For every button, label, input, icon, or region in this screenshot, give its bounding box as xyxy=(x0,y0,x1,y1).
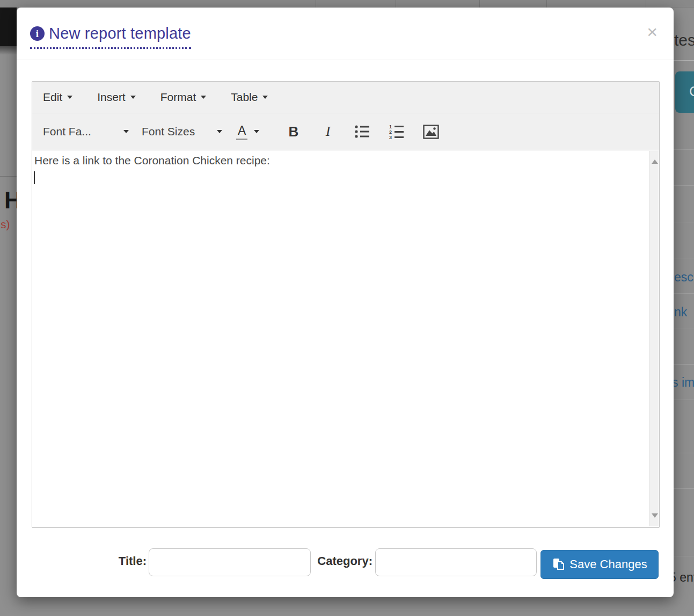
background-table-row-border xyxy=(674,222,694,222)
background-teal-button-label: C xyxy=(689,83,694,100)
background-table-row-border xyxy=(674,488,694,489)
editor-content-area[interactable]: Here is a link to the Coronation Chicken… xyxy=(32,150,659,527)
category-label: Category: xyxy=(311,554,372,568)
background-table-row-border xyxy=(674,258,694,258)
background-teal-button: C xyxy=(675,71,694,113)
menu-edit[interactable]: Edit xyxy=(43,91,72,104)
menu-format[interactable]: Format xyxy=(160,91,207,104)
background-table-row-border xyxy=(674,185,694,186)
background-table-row-border xyxy=(674,149,694,150)
editor-menubar: Edit Insert Format Table xyxy=(32,82,659,113)
svg-text:2: 2 xyxy=(389,129,392,135)
modal-title: New report template xyxy=(49,25,191,42)
svg-text:1: 1 xyxy=(389,124,392,129)
background-table-row-border xyxy=(674,329,694,329)
numbered-list-icon: 1 2 3 xyxy=(389,124,405,139)
bold-icon: B xyxy=(289,124,299,140)
font-family-label: Font Fa... xyxy=(43,125,91,138)
menu-format-label: Format xyxy=(160,91,196,104)
editor-toolbar: Font Fa... Font Sizes A B I xyxy=(32,113,659,150)
background-table-row-border xyxy=(674,556,694,556)
scroll-up-icon[interactable] xyxy=(652,160,658,164)
save-icon xyxy=(552,557,566,571)
chevron-down-icon xyxy=(67,96,72,99)
text-color-label: A xyxy=(236,124,247,140)
menu-edit-label: Edit xyxy=(43,91,62,104)
scroll-down-icon[interactable] xyxy=(652,513,658,518)
text-color-button[interactable]: A xyxy=(236,124,272,140)
numbered-list-button[interactable]: 1 2 3 xyxy=(384,119,409,144)
background-table-row-border xyxy=(674,453,694,453)
menu-table-label: Table xyxy=(231,91,258,104)
save-changes-label: Save Changes xyxy=(569,557,647,571)
tab-separator xyxy=(479,0,480,8)
font-family-dropdown[interactable]: Font Fa... xyxy=(43,125,129,138)
info-icon: i xyxy=(30,26,45,41)
background-link-fragment: s im xyxy=(672,375,694,390)
background-divider xyxy=(0,176,17,177)
background-navbar xyxy=(0,8,17,46)
tab-separator xyxy=(646,0,646,8)
chevron-down-icon xyxy=(130,96,136,99)
tab-separator xyxy=(316,0,316,8)
rich-text-editor: Edit Insert Format Table Font xyxy=(32,81,660,528)
background-red-text-fragment: s) xyxy=(1,218,10,231)
save-changes-button[interactable]: Save Changes xyxy=(540,550,659,579)
font-sizes-label: Font Sizes xyxy=(142,125,195,138)
bullet-list-icon xyxy=(354,125,370,139)
image-icon xyxy=(423,125,439,139)
title-label: Title: xyxy=(70,554,147,568)
italic-button[interactable]: I xyxy=(316,119,340,144)
bullet-list-button[interactable] xyxy=(350,119,375,144)
chevron-down-icon xyxy=(217,130,222,133)
bold-button[interactable]: B xyxy=(281,119,306,144)
background-table-row-border xyxy=(674,293,694,294)
close-icon[interactable]: × xyxy=(647,25,658,39)
chevron-down-icon xyxy=(254,130,259,133)
background-top-strip xyxy=(0,0,694,8)
category-input[interactable] xyxy=(375,548,537,576)
modal-footer-form: Title: Category: Save Changes xyxy=(17,546,674,583)
svg-text:3: 3 xyxy=(389,135,392,139)
menu-insert-label: Insert xyxy=(97,91,126,104)
background-link-fragment: escr xyxy=(674,270,694,285)
modal-header: i New report template × xyxy=(17,8,674,60)
tab-separator xyxy=(396,0,396,8)
chevron-down-icon xyxy=(262,96,268,99)
new-report-template-modal: i New report template × Edit Insert Form… xyxy=(17,8,674,597)
background-link-fragment: nk xyxy=(674,305,687,320)
editor-scrollbar[interactable] xyxy=(649,151,659,526)
background-table-row-border xyxy=(674,400,694,400)
editor-text: Here is a link to the Coronation Chicken… xyxy=(34,153,647,168)
menu-table[interactable]: Table xyxy=(231,91,268,104)
chevron-down-icon xyxy=(201,96,206,99)
menu-insert[interactable]: Insert xyxy=(97,91,136,104)
background-navbar-shadow xyxy=(0,46,17,55)
tab-separator xyxy=(546,0,547,8)
background-table-row-border xyxy=(674,364,694,365)
insert-image-button[interactable] xyxy=(419,119,443,144)
background-divider xyxy=(674,60,694,61)
modal-title-link[interactable]: i New report template xyxy=(30,25,191,49)
title-input[interactable] xyxy=(149,548,311,576)
chevron-down-icon xyxy=(123,130,129,133)
screen: H s) tes C escr nk s im 5 ent i New repo… xyxy=(0,0,694,616)
font-sizes-dropdown[interactable]: Font Sizes xyxy=(142,125,222,138)
text-cursor xyxy=(34,171,35,184)
background-page-title-fragment: tes xyxy=(674,31,694,49)
italic-icon: I xyxy=(326,124,331,140)
